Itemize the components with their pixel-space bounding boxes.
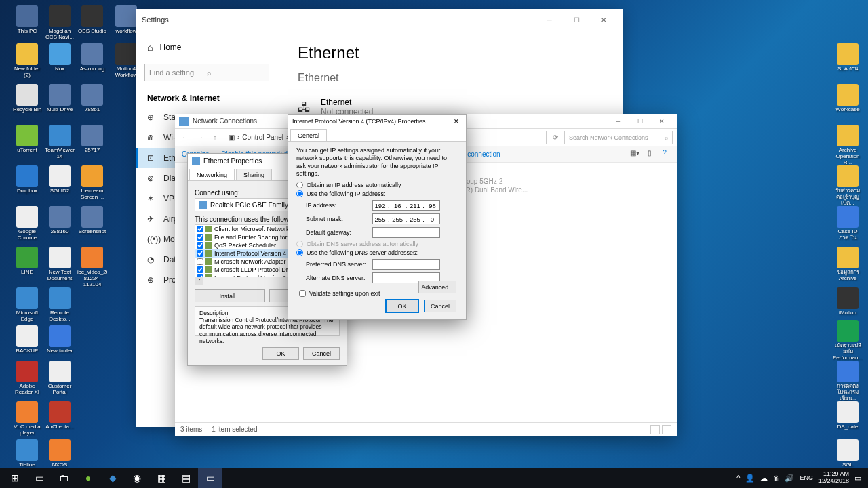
desktop-icon[interactable]: Recycle Bin <box>12 84 42 113</box>
network-icon[interactable]: ⋒ <box>773 474 779 483</box>
desktop-icon[interactable]: Multi-Drive <box>45 84 75 113</box>
section-title: Ethernet <box>298 72 602 84</box>
nav-home[interactable]: Home <box>136 37 277 58</box>
taskbar-icon[interactable]: ▦ <box>149 468 174 488</box>
desktop-icon[interactable]: AirClienta... <box>45 401 75 430</box>
back-button[interactable]: ← <box>179 131 191 144</box>
folder-icon <box>179 117 189 126</box>
up-button[interactable]: ↑ <box>209 131 221 144</box>
onedrive-icon[interactable]: ☁ <box>760 474 768 483</box>
radio-auto-ip[interactable]: Obtain an IP address automatically <box>296 182 458 188</box>
radio-static-ip[interactable]: Use the following IP address: <box>296 190 458 197</box>
search-input[interactable]: Search Network Connections⌕ <box>564 131 673 144</box>
advanced-button[interactable]: Advanced... <box>418 281 456 293</box>
desktop-icon[interactable]: 25717 <box>77 125 107 154</box>
desktop-icon[interactable]: OBS Studio <box>77 5 107 35</box>
close-button[interactable]: ✕ <box>651 115 673 128</box>
taskbar-icon[interactable]: ▤ <box>174 468 198 488</box>
maximize-button[interactable]: ☐ <box>563 10 590 29</box>
install-button[interactable]: Install... <box>195 289 265 302</box>
desktop-icon[interactable]: Icecream Screen ... <box>77 165 107 201</box>
minimize-button[interactable]: ─ <box>536 10 563 29</box>
view-details-icon[interactable] <box>650 425 660 434</box>
desktop-icon[interactable]: As-run log <box>77 43 107 73</box>
cancel-button[interactable]: Cancel <box>424 300 456 312</box>
desktop-icon[interactable]: Nox <box>45 43 75 73</box>
desktop-icon[interactable]: ข้อมูลการ Archive <box>833 247 863 282</box>
desktop-icon[interactable]: Dropbox <box>12 165 42 195</box>
maximize-button[interactable]: ☐ <box>629 115 651 128</box>
ipv4-properties-dialog: Internet Protocol Version 4 (TCP/IPv4) P… <box>288 114 467 320</box>
tab-networking[interactable]: Networking <box>189 169 235 180</box>
teamviewer-icon[interactable]: ◆ <box>100 468 125 488</box>
desktop-icon[interactable]: ice_video_201 81224-112104 <box>77 247 107 287</box>
desktop-icon[interactable]: iMotion <box>833 287 863 317</box>
forward-button[interactable]: → <box>194 131 206 144</box>
desktop-icon[interactable]: BACKUP <box>12 325 42 354</box>
people-icon[interactable]: 👤 <box>745 474 755 483</box>
cancel-button[interactable]: Cancel <box>303 347 340 360</box>
tab-sharing[interactable]: Sharing <box>236 169 272 180</box>
start-button[interactable]: ⊞ <box>3 468 27 488</box>
volume-icon[interactable]: 🔊 <box>785 474 794 483</box>
minimize-button[interactable]: ─ <box>608 115 629 128</box>
desktop-icon[interactable]: 298160 <box>45 206 75 235</box>
settings-titlebar[interactable]: Settings ─ ☐ ✕ <box>136 9 623 30</box>
taskbar-icon[interactable]: ▭ <box>198 468 222 488</box>
tab-general[interactable]: General <box>290 129 327 141</box>
view-options-icon[interactable]: ▦▾ <box>629 149 640 160</box>
chrome-icon[interactable]: ◉ <box>125 468 149 488</box>
desktop-icon[interactable]: New folder (2) <box>12 43 42 79</box>
desktop-icon[interactable]: Magellan CCS Navi... <box>45 5 75 41</box>
ip-address-input[interactable]: 192.16.211.98 <box>372 200 440 211</box>
help-icon[interactable]: ? <box>659 149 670 160</box>
utorrent-icon[interactable]: ● <box>76 468 100 488</box>
nic-icon <box>199 201 207 209</box>
notification-icon[interactable]: ▭ <box>854 474 861 483</box>
desktop-icon[interactable]: Remote Deskto... <box>45 287 75 323</box>
preferred-dns-input[interactable]: 0.0.0.0 <box>372 259 440 270</box>
file-explorer-icon[interactable]: 🗀 <box>52 468 76 488</box>
gateway-input[interactable]: 0.0.0.0 <box>372 227 440 238</box>
view-large-icon[interactable] <box>662 425 671 434</box>
tray-chevron-icon[interactable]: ^ <box>736 474 740 482</box>
refresh-button[interactable]: ⟳ <box>549 131 561 144</box>
ok-button[interactable]: OK <box>262 347 299 360</box>
desktop-icon[interactable]: Workcase <box>833 84 863 113</box>
desktop-icon[interactable]: Case ID ภาค ใน <box>833 206 863 241</box>
desktop-icon[interactable]: Archive Operation R... <box>833 125 863 165</box>
ip-titlebar[interactable]: Internet Protocol Version 4 (TCP/IPv4) P… <box>288 115 466 128</box>
ok-button[interactable]: OK <box>386 300 418 312</box>
desktop-icon[interactable]: SLA งาน <box>833 43 863 73</box>
desktop-icon[interactable]: uTorrent <box>12 125 42 154</box>
desktop-icon[interactable]: SGLID2 <box>45 165 75 195</box>
desktop-icon[interactable]: This PC <box>12 5 42 35</box>
close-button[interactable]: ✕ <box>451 118 462 125</box>
preview-pane-icon[interactable]: ▯ <box>644 149 655 160</box>
desktop-icon[interactable]: TeamViewer 14 <box>45 125 75 160</box>
desktop-icon[interactable]: Customer Portal <box>45 361 75 396</box>
clock[interactable]: 11:29 AM 12/24/2018 <box>818 471 849 485</box>
desktop-icon[interactable]: Microsoft Edge <box>12 287 42 323</box>
desktop-icon[interactable]: Adobe Reader XI <box>12 361 42 396</box>
settings-search[interactable]: Find a setting⌕ <box>144 64 269 81</box>
subnet-mask-input[interactable]: 255.255.255.0 <box>372 214 440 224</box>
desktop-icon[interactable]: New Text Document <box>45 247 75 282</box>
language-indicator[interactable]: ENG <box>800 474 813 481</box>
desktop-icon[interactable]: เน็ตฐานเปลียกับ Performan... <box>833 320 863 361</box>
desktop-icon[interactable]: DS_date <box>833 401 863 430</box>
radio-auto-dns: Obtain DNS server address automatically <box>296 241 458 247</box>
desktop-icon[interactable]: Google Chrome <box>12 206 42 241</box>
desktop-icon[interactable]: VLC media player <box>12 401 42 436</box>
task-view-button[interactable]: ▭ <box>27 468 52 488</box>
desktop-icon[interactable]: การติดตั้ง โปรแกรมเขียน... <box>833 361 863 401</box>
desktop-icon[interactable]: NXOS <box>45 439 75 468</box>
desktop-icon[interactable]: LINE <box>12 247 42 276</box>
desktop-icon[interactable]: 78861 <box>77 84 107 113</box>
radio-static-dns[interactable]: Use the following DNS server addresses: <box>296 249 458 256</box>
close-button[interactable]: ✕ <box>590 10 617 29</box>
desktop-icon[interactable]: Screenshot <box>77 206 107 235</box>
desktop-icon[interactable]: รับสารคาม ต่อเช้าบุญเป็ด... <box>833 165 863 206</box>
desktop-icon[interactable]: New folder <box>45 325 75 354</box>
desktop-icon[interactable]: SGL <box>833 439 863 468</box>
